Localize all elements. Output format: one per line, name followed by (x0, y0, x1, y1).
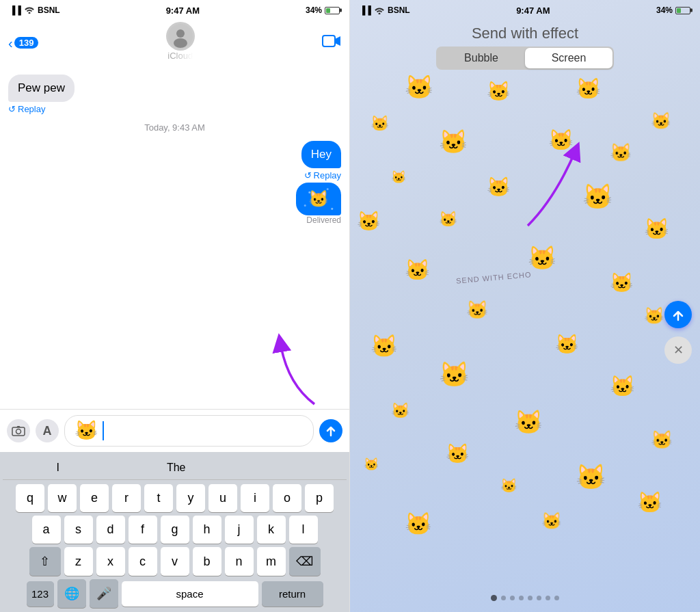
key-space[interactable]: space (122, 581, 258, 607)
input-emoji: 🐱 (75, 421, 98, 440)
key-c[interactable]: c (129, 547, 157, 576)
key-n[interactable]: n (225, 547, 254, 576)
status-left: ▐▐ BSNL (10, 5, 60, 16)
dot-4 (528, 596, 533, 600)
key-g[interactable]: g (161, 516, 189, 544)
message-received-pew: Pew pew ↺ Replay (8, 75, 75, 114)
left-panel: ▐▐ BSNL 9:47 AM 34% ‹ 139 iCloud (0, 0, 350, 612)
contact-avatar[interactable] (166, 22, 195, 51)
suggestion-2[interactable]: The (161, 460, 191, 475)
suggestion-1[interactable]: I (51, 460, 64, 475)
keyboard-suggestions: I The (3, 457, 347, 480)
key-m[interactable]: m (257, 547, 286, 576)
sent-messages-group: Hey ↺ Replay 🐱 Delivered (296, 141, 341, 225)
keyboard-row-3: ⇧ z x c v b n m ⌫ (3, 547, 347, 576)
key-d[interactable]: d (96, 516, 125, 544)
key-r[interactable]: r (112, 484, 141, 512)
key-s[interactable]: s (64, 516, 93, 544)
bubble-hey: Hey (301, 141, 341, 168)
status-bar-right: ▐▐ BSNL 9:47 AM 34% (350, 0, 700, 19)
key-delete[interactable]: ⌫ (289, 547, 321, 576)
echo-label: SEND WITH ECHO (456, 270, 532, 285)
key-i[interactable]: i (241, 484, 269, 512)
key-z[interactable]: z (64, 547, 93, 576)
battery-left: 34% (306, 5, 340, 15)
replay-link-hey[interactable]: ↺ Replay (301, 170, 341, 181)
video-call-icon[interactable] (322, 34, 341, 52)
effect-title: Send with effect (350, 19, 700, 46)
bubble-pew: Pew pew (8, 75, 75, 102)
key-mic[interactable]: 🎤 (90, 579, 118, 608)
timestamp: Today, 9:43 AM (8, 122, 341, 133)
right-send-button[interactable] (664, 301, 692, 328)
camera-button[interactable] (7, 419, 30, 442)
key-x[interactable]: x (96, 547, 125, 576)
tab-bubble[interactable]: Bubble (438, 48, 525, 68)
key-u[interactable]: u (208, 484, 237, 512)
key-o[interactable]: o (273, 484, 301, 512)
key-l[interactable]: l (289, 516, 318, 544)
text-input[interactable]: 🐱 (64, 415, 314, 447)
cat-17: 🐱 (610, 274, 634, 293)
cat-32: 🐱 (405, 513, 432, 535)
cat-30: 🐱 (500, 479, 517, 492)
key-e[interactable]: e (80, 484, 109, 512)
suggestion-3[interactable] (287, 460, 298, 475)
dot-0 (491, 595, 497, 601)
back-chevron-icon: ‹ (8, 36, 13, 50)
cat-2: 🐱 (487, 82, 511, 101)
back-badge: 139 (14, 37, 39, 49)
time-left: 9:47 AM (166, 5, 200, 16)
cat-24: 🐱 (391, 403, 409, 418)
carrier-left: BSNL (38, 5, 60, 15)
key-y[interactable]: y (176, 484, 205, 512)
dot-3 (519, 596, 524, 600)
cat-13: 🐱 (439, 212, 457, 227)
key-k[interactable]: k (257, 516, 286, 544)
cat-11: 🐱 (582, 185, 613, 209)
keyboard: I The q w e r t y u i o p a s d f g h j … (0, 452, 349, 612)
carrier-right: BSNL (388, 5, 410, 15)
cat-29: 🐱 (576, 465, 606, 490)
send-button[interactable] (319, 419, 342, 442)
key-t[interactable]: t (144, 484, 173, 512)
cat-27: 🐱 (446, 444, 470, 464)
svg-marker-4 (335, 36, 340, 46)
cat-3: 🐱 (576, 79, 601, 99)
replay-link-received[interactable]: ↺ Replay (8, 104, 75, 114)
key-globe[interactable]: 🌐 (57, 579, 86, 608)
key-b[interactable]: b (193, 547, 221, 576)
svg-rect-3 (323, 36, 335, 46)
keyboard-row-1: q w e r t y u i o p (3, 484, 347, 512)
apps-button[interactable]: A (36, 419, 59, 442)
cat-9: 🐱 (391, 171, 406, 183)
cats-container: 🐱 🐱 🐱 🐱 🐱 🐱 🐱 🐱 🐱 🐱 🐱 🐱 🐱 🐱 🐱 🐱 🐱 🐱 🐱 🐱 … (350, 75, 700, 588)
delivered-label: Delivered (296, 215, 341, 225)
keyboard-row-2: a s d f g h j k l (3, 516, 347, 544)
cat-10: 🐱 (487, 178, 511, 197)
key-p[interactable]: p (305, 484, 334, 512)
right-panel: ▐▐ BSNL 9:47 AM 34% Send with effect Bub… (350, 0, 700, 612)
cat-22: 🐱 (439, 362, 470, 387)
cat-23: 🐱 (610, 376, 635, 397)
key-123[interactable]: 123 (27, 581, 54, 607)
nav-bar: ‹ 139 iCloud (0, 19, 349, 69)
cat-31: 🐱 (637, 492, 662, 513)
key-j[interactable]: j (225, 516, 254, 544)
key-q[interactable]: q (16, 484, 44, 512)
key-shift[interactable]: ⇧ (29, 547, 61, 576)
key-v[interactable]: v (161, 547, 189, 576)
key-h[interactable]: h (193, 516, 221, 544)
cat-16: 🐱 (405, 260, 430, 280)
key-a[interactable]: a (32, 516, 61, 544)
cat-14: 🐱 (644, 219, 669, 239)
key-return[interactable]: return (262, 581, 323, 607)
key-w[interactable]: w (48, 484, 77, 512)
right-close-button[interactable]: ✕ (664, 336, 692, 364)
back-button[interactable]: ‹ 139 (8, 36, 38, 50)
contact-name: iCloud (167, 51, 193, 64)
key-f[interactable]: f (129, 516, 157, 544)
tab-screen[interactable]: Screen (525, 48, 612, 68)
cat-8: 🐱 (610, 144, 632, 161)
wifi-icon (24, 5, 35, 16)
